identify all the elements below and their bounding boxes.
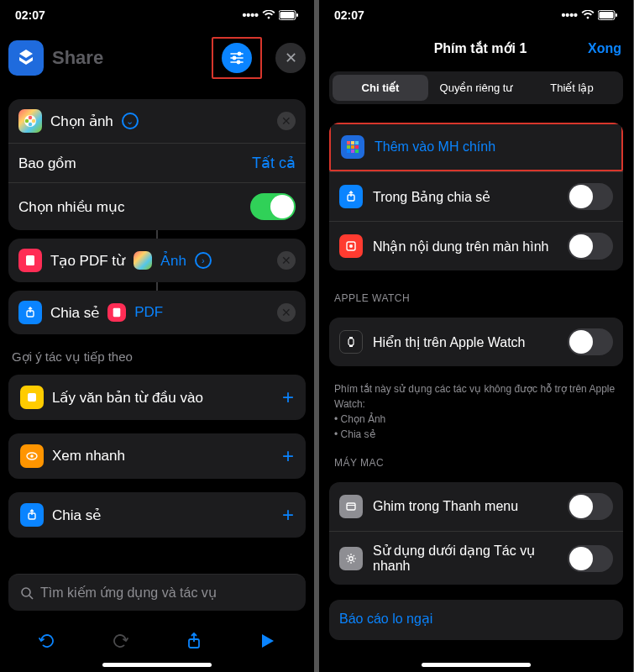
share-sheet-toggle[interactable]	[568, 183, 613, 210]
pin-menubar-row[interactable]: Ghim trong Thanh menu	[329, 482, 623, 531]
svg-point-38	[349, 244, 353, 248]
suggestion-label: Chia sẻ	[52, 507, 101, 524]
report-concern-row[interactable]: Báo cáo lo ngại	[329, 600, 623, 640]
multi-toggle[interactable]	[250, 193, 296, 220]
home-indicator	[422, 663, 531, 667]
status-icons: ••••	[561, 8, 618, 22]
menubar-icon	[339, 495, 363, 518]
svg-rect-33	[347, 150, 350, 153]
segment-setup[interactable]: Thiết lập	[524, 75, 620, 101]
pdf-icon	[18, 249, 42, 272]
svg-rect-17	[28, 393, 36, 402]
svg-line-22	[29, 596, 33, 599]
svg-point-10	[29, 116, 32, 119]
pdf-inline-icon	[107, 303, 126, 322]
segment-details[interactable]: Chi tiết	[333, 75, 428, 101]
row-label: Báo cáo lo ngại	[339, 611, 432, 627]
svg-rect-42	[347, 503, 355, 510]
quickaction-toggle[interactable]	[568, 545, 613, 572]
svg-point-8	[237, 60, 239, 63]
suggestion-get-text[interactable]: Lấy văn bản từ đầu vào +	[8, 375, 306, 420]
action-make-pdf[interactable]: Tạo PDF từ Ảnh › ✕	[8, 239, 306, 282]
cellular-icon: ••••	[561, 8, 578, 22]
text-icon	[20, 386, 44, 409]
suggestion-label: Lấy văn bản từ đầu vào	[52, 389, 203, 407]
play-button[interactable]	[254, 627, 280, 654]
search-input[interactable]: Tìm kiếm ứng dụng và tác vụ	[8, 574, 306, 611]
photos-inline-icon	[134, 251, 152, 270]
include-value[interactable]: Tất cả	[252, 154, 296, 172]
action-value[interactable]: PDF	[134, 304, 163, 321]
sliders-icon	[229, 50, 244, 66]
watch-icon	[339, 330, 363, 354]
search-icon	[20, 586, 34, 600]
battery-icon	[279, 10, 299, 20]
row-label: Sử dụng dưới dạng Tác vụ nhanh	[373, 543, 558, 574]
action-select-photos[interactable]: Chọn ảnh ⌄ ✕ Bao gồm Tất cả Chọn nhiều m…	[8, 99, 306, 230]
photos-icon	[18, 109, 42, 133]
status-time: 02:07	[334, 8, 364, 22]
undo-button[interactable]	[34, 627, 60, 654]
include-label: Bao gồm	[18, 155, 76, 172]
svg-point-12	[29, 123, 32, 126]
action-label: Tạo PDF từ	[50, 252, 125, 270]
suggestion-share[interactable]: Chia sẻ +	[8, 492, 306, 538]
action-value[interactable]: Ảnh	[160, 252, 186, 270]
svg-rect-16	[113, 308, 121, 317]
svg-point-21	[22, 588, 30, 596]
left-screenshot: 02:07 •••• Share ✕ Chọn ảnh ⌄ ✕	[0, 0, 314, 672]
suggestions-header: Gợi ý tác vụ tiếp theo	[0, 341, 314, 368]
clear-action-button[interactable]: ✕	[277, 303, 296, 322]
settings-button[interactable]	[222, 43, 252, 73]
redo-button[interactable]	[107, 627, 134, 654]
row-label: Thêm vào MH chính	[375, 139, 495, 155]
share-button[interactable]	[181, 627, 207, 654]
row-label: Hiển thị trên Apple Watch	[373, 334, 526, 350]
close-button[interactable]: ✕	[275, 43, 306, 73]
watch-toggle[interactable]	[568, 328, 613, 355]
clear-action-button[interactable]: ✕	[277, 112, 296, 130]
search-placeholder: Tìm kiếm ứng dụng và tác vụ	[40, 585, 217, 601]
svg-point-6	[238, 52, 240, 55]
segmented-control[interactable]: Chi tiết Quyền riêng tư Thiết lập	[329, 71, 623, 104]
connector-line	[156, 230, 158, 239]
watch-description: Phím tắt này sử dụng các tác vụ không đư…	[319, 375, 633, 444]
svg-point-19	[30, 454, 34, 458]
segment-privacy[interactable]: Quyền riêng tư	[428, 75, 524, 101]
add-icon[interactable]: +	[282, 386, 294, 409]
svg-rect-27	[347, 141, 350, 144]
add-icon[interactable]: +	[282, 503, 294, 527]
quick-action-row[interactable]: Sử dụng dưới dạng Tác vụ nhanh	[329, 531, 623, 585]
suggestion-label: Xem nhanh	[52, 448, 125, 465]
share-icon	[20, 503, 44, 527]
menubar-toggle[interactable]	[568, 493, 613, 520]
add-icon[interactable]: +	[282, 444, 294, 468]
row-label: Trong Bảng chia sẻ	[373, 189, 490, 205]
right-screenshot: 02:07 •••• Phím tắt mới 1 Xong Chi tiết …	[319, 0, 633, 672]
eye-icon	[20, 444, 44, 468]
share-icon	[339, 185, 363, 208]
share-icon	[18, 301, 42, 324]
chevron-down-icon[interactable]: ⌄	[122, 113, 139, 129]
action-share[interactable]: Chia sẻ PDF ✕	[8, 291, 306, 334]
svg-rect-39	[348, 339, 354, 345]
chevron-right-icon[interactable]: ›	[195, 252, 212, 269]
suggestion-quick-look[interactable]: Xem nhanh +	[8, 433, 306, 479]
done-button[interactable]: Xong	[588, 41, 621, 56]
onscreen-toggle[interactable]	[568, 233, 613, 260]
apple-watch-header: APPLE WATCH	[319, 279, 633, 309]
onscreen-content-row[interactable]: Nhận nội dung trên màn hình	[329, 221, 623, 270]
svg-rect-30	[347, 145, 350, 149]
share-sheet-row[interactable]: Trong Bảng chia sẻ	[329, 171, 623, 221]
svg-rect-31	[351, 145, 354, 149]
status-bar: 02:07 ••••	[0, 0, 314, 30]
svg-rect-32	[355, 145, 359, 149]
multi-label: Chọn nhiều mục	[18, 198, 124, 216]
wifi-icon	[581, 10, 595, 20]
show-on-watch-row[interactable]: Hiển thị trên Apple Watch	[329, 318, 623, 366]
add-to-home-row[interactable]: Thêm vào MH chính	[329, 123, 623, 171]
action-label: Chọn ảnh	[50, 113, 113, 130]
svg-rect-35	[355, 150, 359, 153]
wifi-icon	[262, 10, 275, 20]
clear-action-button[interactable]: ✕	[277, 251, 296, 270]
